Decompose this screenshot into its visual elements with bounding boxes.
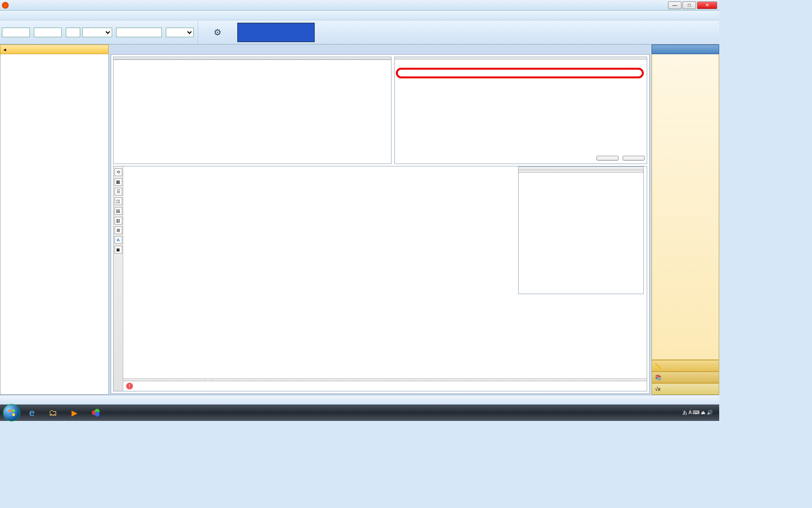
status-bar (0, 395, 719, 404)
svg-point-3 (12, 413, 15, 416)
accept-besthit-button[interactable] (596, 156, 619, 161)
taskbar-ie-icon[interactable]: e (22, 406, 42, 419)
hitlist-grid[interactable] (395, 60, 647, 153)
additional-properties-panel (518, 166, 644, 294)
svg-point-6 (95, 412, 100, 417)
tool-icon[interactable]: ▤ (115, 207, 122, 215)
tool-icon[interactable]: ⊞ (115, 226, 122, 234)
source-results-grid[interactable] (114, 60, 391, 164)
gear-icon: ⚙ (212, 27, 223, 38)
tool-icon[interactable]: ▣ (115, 246, 122, 254)
svg-point-2 (8, 413, 11, 416)
chart-toolbar: ⟲ ▦ ☰ ◫ ▤ ▥ ⊞ A ▣ (114, 166, 123, 391)
minimize-button[interactable]: — (668, 1, 682, 9)
error-icon: ! (126, 383, 133, 389)
tray-icons[interactable]: あ A ⌨ ⏏ 🔊 (682, 409, 712, 416)
data-explorer-tree[interactable] (0, 54, 109, 395)
taskbar-explorer-icon[interactable]: 🗂 (44, 406, 63, 419)
svg-point-0 (8, 409, 11, 412)
end-input[interactable] (34, 28, 62, 37)
svg-point-1 (12, 409, 15, 412)
close-button[interactable]: ✕ (697, 1, 717, 9)
loadsettings-button[interactable]: ⚙ (198, 21, 236, 44)
start-input[interactable] (2, 28, 30, 37)
instruction-message (237, 23, 315, 42)
tool-icon[interactable]: A (115, 236, 122, 244)
maximize-button[interactable]: □ (682, 1, 696, 9)
tool-icon[interactable]: ▥ (115, 217, 122, 224)
taskbar-media-icon[interactable]: ▶ (65, 406, 84, 419)
tool-icon[interactable]: ☰ (115, 188, 122, 195)
accum-input[interactable] (66, 28, 80, 37)
menu-bar (0, 11, 719, 20)
data-explorer-header: ◂ (0, 45, 109, 54)
start-button[interactable] (3, 404, 20, 421)
error-bar: ! (123, 381, 647, 391)
toolbar: ⚙ (0, 20, 719, 45)
windows-taskbar: e 🗂 ▶ あ A ⌨ ⏏ 🔊 (0, 404, 719, 421)
tool-icon[interactable]: ◫ (115, 197, 122, 205)
window-titlebar: — □ ✕ (0, 0, 719, 11)
residual-search-button[interactable] (623, 156, 645, 161)
accum-unit[interactable] (82, 28, 112, 37)
accordion-formula[interactable]: √x (652, 383, 719, 395)
sampleid-input[interactable] (116, 28, 162, 37)
tool-icon[interactable]: ⟲ (115, 168, 122, 176)
taskbar-app-icon[interactable] (86, 406, 105, 419)
desc-select[interactable] (166, 28, 194, 37)
app-icon (2, 2, 9, 9)
accordion-library[interactable]: 📚 (652, 372, 719, 383)
tool-icon[interactable]: ▦ (115, 178, 122, 186)
center-tabs (111, 45, 650, 54)
settings-panel-header (652, 45, 719, 54)
accordion-settings[interactable]: 📐 (652, 360, 719, 372)
settings-list (652, 54, 719, 360)
